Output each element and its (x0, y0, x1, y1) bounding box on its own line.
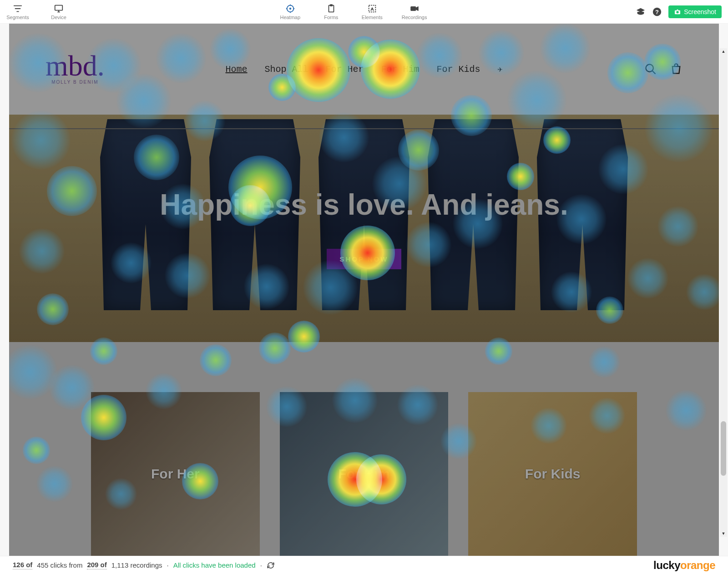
segments-button[interactable]: Segments (6, 4, 29, 20)
toolbar-left-group: Segments Device (6, 4, 70, 20)
video-icon (410, 4, 420, 14)
tile-for-kids-label: For Kids (525, 466, 581, 482)
tab-elements-label: Elements (362, 15, 383, 20)
clipboard-icon (326, 4, 336, 14)
filter-icon (13, 4, 23, 14)
hero-title: Happiness is love. And jeans. (142, 188, 586, 222)
logo-subtext: MOLLY B DENIM (51, 81, 98, 84)
scrollbar-thumb[interactable] (721, 421, 726, 476)
search-icon[interactable] (644, 63, 657, 76)
tile-for-kids[interactable]: For Kids (468, 392, 637, 556)
refresh-icon[interactable] (267, 561, 275, 569)
status-bar: 126 of 455 clicks from 209 of 1,113 reco… (0, 556, 728, 574)
scroll-up-icon[interactable]: ▲ (720, 48, 727, 55)
brand-part-a: lucky (653, 559, 680, 571)
nav-home[interactable]: Home (226, 64, 248, 75)
svg-point-12 (646, 65, 653, 72)
nav-for-kids[interactable]: For Kids (437, 64, 480, 75)
clicks-shown[interactable]: 126 of (13, 561, 32, 569)
svg-text:A: A (371, 6, 374, 11)
svg-text:?: ? (655, 8, 659, 15)
app-toolbar: Segments Device Heatmap Forms A Elements… (0, 0, 728, 24)
tab-heatmap[interactable]: Heatmap (279, 4, 302, 20)
cart-icon[interactable] (670, 63, 682, 76)
hero-section: Happiness is love. And jeans. SHOP NOW (9, 115, 719, 342)
sep1: · (167, 561, 169, 569)
device-label: Device (51, 15, 66, 20)
tile-for-her-label: For Her (151, 466, 200, 482)
site-logo[interactable]: mbd. MOLLY B DENIM (46, 54, 105, 84)
category-section: For Her For Him For Kids (9, 342, 719, 556)
tab-elements[interactable]: A Elements (361, 4, 384, 20)
svg-rect-4 (330, 4, 333, 6)
scroll-down-icon[interactable]: ▼ (720, 530, 727, 537)
tile-for-him[interactable]: For Him (280, 392, 449, 556)
tab-heatmap-label: Heatmap (280, 15, 300, 20)
svg-rect-0 (55, 5, 63, 10)
nav-for-him[interactable]: For Him (381, 64, 420, 75)
screenshot-label: Screenshot (684, 8, 716, 15)
device-button[interactable]: Device (47, 4, 70, 20)
site-header: mbd. MOLLY B DENIM Home Shop All For Her… (9, 24, 719, 115)
svg-point-2 (289, 8, 291, 10)
sep2: · (260, 561, 262, 569)
status-text: 126 of 455 clicks from 209 of 1,113 reco… (13, 561, 275, 569)
segments-label: Segments (6, 15, 29, 20)
bounding-box-icon: A (367, 4, 377, 14)
tab-recordings[interactable]: Recordings (402, 4, 427, 20)
clicks-total: 455 clicks from (37, 561, 82, 569)
tile-for-her[interactable]: For Her (91, 392, 260, 556)
brand-part-b: orange (680, 559, 715, 571)
svg-rect-7 (410, 6, 415, 10)
academy-icon[interactable] (636, 7, 646, 17)
nav-shop-all[interactable]: Shop All (265, 64, 308, 75)
svg-point-11 (677, 11, 679, 13)
toolbar-center-group: Heatmap Forms A Elements Recordings (279, 4, 427, 20)
tab-forms[interactable]: Forms (320, 4, 343, 20)
tab-recordings-label: Recordings (402, 15, 427, 20)
logo-text: mbd. (46, 54, 105, 77)
toolbar-right-group: ? Screenshot (636, 5, 722, 18)
help-icon[interactable]: ? (652, 7, 662, 17)
brand-logo[interactable]: luckyorange (653, 559, 715, 572)
nav-airplane[interactable]: ✈ (498, 64, 503, 75)
tile-for-him-label: For Him (338, 466, 389, 482)
target-icon (285, 4, 295, 14)
load-status: All clicks have been loaded (173, 561, 256, 569)
nav-for-her[interactable]: For Her (326, 64, 364, 75)
clothesline-decor (9, 128, 719, 129)
heatmap-viewport: mbd. MOLLY B DENIM Home Shop All For Her… (0, 24, 728, 556)
viewport-scrollbar[interactable]: ▲ ▼ (720, 48, 727, 537)
monitor-icon (54, 4, 64, 14)
captured-site[interactable]: mbd. MOLLY B DENIM Home Shop All For Her… (9, 24, 719, 556)
site-header-icons (644, 63, 682, 76)
camera-icon (674, 8, 681, 15)
site-nav: Home Shop All For Her For Him For Kids ✈ (226, 64, 503, 75)
tab-forms-label: Forms (324, 15, 338, 20)
recs-shown[interactable]: 209 of (87, 561, 106, 569)
recs-total: 1,113 recordings (111, 561, 162, 569)
shop-now-button[interactable]: SHOP NOW (327, 249, 401, 269)
screenshot-button[interactable]: Screenshot (668, 5, 722, 18)
